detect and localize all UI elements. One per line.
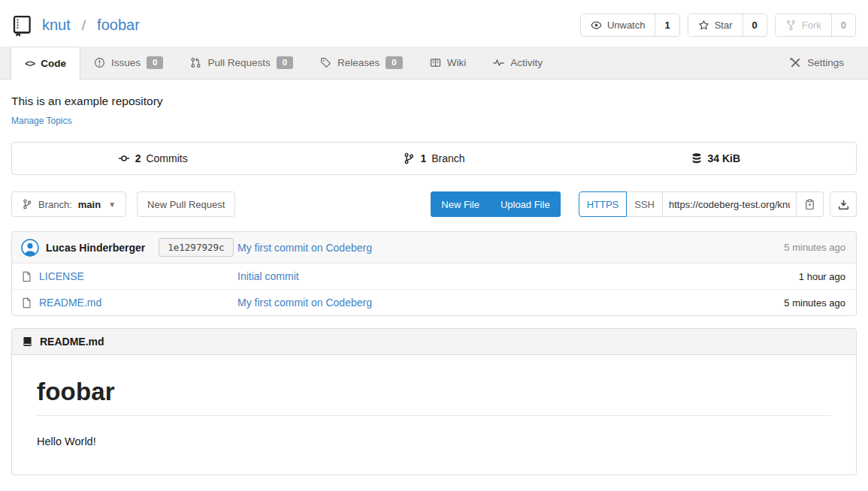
readme-content: foobar Hello World!: [12, 355, 856, 474]
repo-owner-link[interactable]: knut: [42, 17, 71, 34]
tab-releases[interactable]: Releases 0: [307, 47, 416, 79]
new-pull-request-button[interactable]: New Pull Request: [137, 191, 235, 217]
commit-sha-link[interactable]: 1e1297929c: [159, 238, 233, 257]
tab-code[interactable]: <> Code: [11, 47, 80, 80]
readme-text: Hello World!: [37, 435, 831, 447]
latest-commit-message: My first commit on Codeberg: [237, 242, 784, 254]
commit-icon: [118, 152, 130, 164]
branch-label: Branch:: [38, 199, 72, 210]
fork-button: Fork 0: [775, 14, 856, 37]
branch-selector[interactable]: Branch: main ▼: [11, 191, 126, 217]
manage-topics-link[interactable]: Manage Topics: [11, 116, 72, 126]
commit-author[interactable]: Lucas Hinderberger: [46, 242, 145, 254]
tab-wiki-label: Wiki: [447, 57, 467, 68]
file-commit-message-link[interactable]: My first commit on Codeberg: [237, 297, 372, 309]
readme-panel: README.md foobar Hello World!: [11, 328, 857, 475]
repo-content: This is an example repository Manage Top…: [0, 95, 868, 475]
chevron-down-icon: ▼: [108, 200, 116, 209]
tab-pull-requests[interactable]: Pull Requests 0: [177, 47, 307, 79]
file-age: 5 minutes ago: [784, 297, 847, 309]
clipboard-copy-icon: [804, 199, 815, 210]
tab-wiki[interactable]: Wiki: [416, 47, 480, 79]
latest-commit-row: Lucas Hinderberger 1e1297929c My first c…: [12, 232, 856, 264]
repo-size-value: 34 KiB: [708, 152, 741, 164]
file-commit-message: Initial commit: [237, 270, 799, 282]
releases-count-badge: 0: [386, 56, 402, 69]
commits-stat[interactable]: 2 Commits: [12, 143, 293, 174]
commits-count: 2: [135, 152, 141, 164]
fork-count: 0: [831, 14, 855, 36]
new-file-button[interactable]: New File: [431, 191, 490, 217]
tab-releases-label: Releases: [337, 57, 380, 68]
branch-icon: [403, 152, 415, 164]
clone-url-input[interactable]: [663, 191, 797, 217]
repo-name-link[interactable]: foobar: [97, 17, 140, 34]
repo-tabs: <> Code Issues 0 Pull Requests 0 Release…: [0, 47, 868, 80]
latest-commit-age: 5 minutes ago: [784, 242, 847, 253]
readme-header: README.md: [12, 329, 856, 355]
avatar[interactable]: [21, 239, 39, 257]
star-count[interactable]: 0: [742, 14, 767, 36]
tab-activity[interactable]: Activity: [479, 47, 556, 79]
https-toggle[interactable]: HTTPS: [579, 191, 628, 217]
code-toolbar: Branch: main ▼ New Pull Request New File…: [11, 191, 857, 217]
tab-settings-label: Settings: [807, 57, 844, 68]
watch-count[interactable]: 1: [655, 14, 679, 36]
star-button[interactable]: Star 0: [688, 14, 767, 37]
pull-requests-count-badge: 0: [277, 56, 293, 69]
tab-code-label: Code: [41, 58, 66, 69]
file-row: README.md My first commit on Codeberg 5 …: [12, 290, 856, 315]
tab-issues-label: Issues: [111, 57, 141, 68]
tab-settings[interactable]: Settings: [776, 47, 857, 79]
code-icon: <>: [25, 58, 35, 69]
tab-activity-label: Activity: [510, 57, 543, 68]
clone-url-group: HTTPS SSH: [579, 191, 857, 217]
star-icon: [698, 20, 709, 31]
repo-title: knut / foobar: [11, 14, 140, 37]
file-icon: [21, 271, 32, 282]
file-row: LICENSE Initial commit 1 hour ago: [12, 264, 856, 290]
unwatch-button[interactable]: Unwatch 1: [580, 14, 680, 37]
tab-issues[interactable]: Issues 0: [80, 47, 177, 79]
readme-filename: README.md: [40, 336, 104, 348]
current-branch-name: main: [78, 199, 101, 210]
ssh-toggle[interactable]: SSH: [627, 191, 663, 217]
repo-stats-bar: 2 Commits 1 Branch 34 KiB: [11, 142, 857, 175]
issue-icon: [94, 57, 105, 68]
file-commit-message-link[interactable]: Initial commit: [237, 270, 299, 282]
branches-count: 1: [420, 152, 426, 164]
readme-title: foobar: [37, 378, 831, 416]
repo-book-icon: [11, 14, 33, 37]
branches-stat[interactable]: 1 Branch: [293, 143, 574, 174]
download-icon: [838, 199, 849, 210]
fork-label: Fork: [802, 20, 821, 31]
file-list: Lucas Hinderberger 1e1297929c My first c…: [11, 231, 857, 316]
file-name-link[interactable]: README.md: [39, 297, 101, 309]
pull-request-icon: [190, 57, 201, 68]
copy-url-button[interactable]: [797, 191, 824, 217]
database-icon: [691, 152, 703, 164]
wiki-book-icon: [430, 57, 441, 68]
eye-icon: [591, 20, 602, 31]
branch-icon: [22, 199, 32, 209]
upload-file-button[interactable]: Upload File: [490, 191, 561, 217]
issues-count-badge: 0: [147, 56, 163, 69]
breadcrumb-separator: /: [82, 17, 86, 34]
repo-description: This is an example repository: [11, 95, 857, 108]
file-age: 1 hour ago: [799, 271, 847, 282]
tag-icon: [320, 57, 331, 68]
download-button[interactable]: [830, 191, 857, 217]
commits-label: Commits: [146, 152, 187, 164]
file-action-buttons: New File Upload File: [431, 191, 560, 217]
unwatch-label: Unwatch: [607, 20, 646, 31]
tools-icon: [790, 57, 801, 68]
repo-header: knut / foobar Unwatch 1 Star 0 Fork 0: [0, 0, 868, 47]
book-icon: [22, 336, 33, 348]
file-icon: [21, 297, 32, 309]
activity-pulse-icon: [493, 57, 504, 68]
repo-size-stat[interactable]: 34 KiB: [575, 143, 856, 174]
branches-label: Branch: [431, 152, 464, 164]
commit-message-link[interactable]: My first commit on Codeberg: [237, 242, 372, 254]
new-pr-label: New Pull Request: [147, 199, 225, 210]
file-name-link[interactable]: LICENSE: [39, 270, 84, 282]
